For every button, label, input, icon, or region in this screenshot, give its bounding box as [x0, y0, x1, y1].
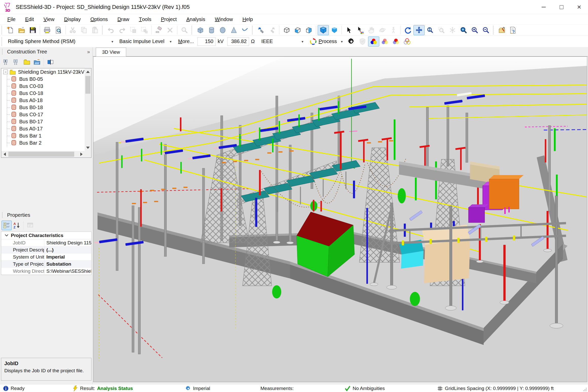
scroll-right-button[interactable]	[78, 151, 85, 158]
settings-button[interactable]	[346, 36, 357, 47]
solid-view-button[interactable]	[318, 25, 329, 35]
walk-button[interactable]	[388, 25, 399, 35]
menu-analysis[interactable]: Analysis	[181, 14, 210, 25]
new-folder-button[interactable]	[22, 57, 32, 67]
zoom-window-button[interactable]	[436, 25, 447, 35]
spheres-translucent-button[interactable]	[379, 36, 390, 47]
menu-options[interactable]: Options	[86, 14, 113, 25]
status-units[interactable]: Imperial	[193, 386, 210, 391]
tree-item[interactable]: Bus A0-18	[7, 97, 91, 104]
toolbar-grip[interactable]	[252, 26, 253, 34]
find-button[interactable]	[179, 25, 190, 35]
menu-help[interactable]: Help	[238, 14, 258, 25]
sort-az-button[interactable]: AZ	[12, 221, 22, 230]
menu-project[interactable]: Project	[156, 14, 181, 25]
select-components-button[interactable]	[128, 25, 139, 35]
move-button[interactable]	[413, 25, 425, 35]
maximize-button[interactable]	[553, 0, 570, 14]
tree-item[interactable]: Bus C0-17	[7, 111, 91, 118]
spheres-outline-button[interactable]	[402, 36, 413, 47]
detach-button[interactable]	[267, 25, 278, 35]
print-button[interactable]	[42, 25, 53, 35]
draw-cylinder-button[interactable]	[206, 25, 217, 35]
attach-button[interactable]	[255, 25, 267, 35]
tree-vertical-scrollbar[interactable]	[85, 68, 91, 151]
tree-item[interactable]: Bus Bar 1	[7, 132, 91, 139]
collapse-expander-icon[interactable]: −	[3, 70, 8, 74]
property-pages-button[interactable]	[25, 221, 35, 230]
print-preview-button[interactable]	[53, 25, 64, 35]
panel-grip[interactable]	[2, 49, 3, 54]
zoom-all-button[interactable]	[447, 25, 458, 35]
scrollbar-thumb[interactable]	[85, 76, 90, 94]
pan-button[interactable]	[366, 25, 377, 35]
tree-item[interactable]: Bus Bar 2	[7, 139, 91, 146]
3d-canvas[interactable]	[93, 56, 587, 382]
panel-grip[interactable]	[2, 212, 3, 218]
zoom-in-button[interactable]	[469, 25, 480, 35]
property-row[interactable]: JobID Shielding Design 115k	[1, 239, 91, 246]
toolbar-grip[interactable]	[2, 26, 3, 34]
pointer-button[interactable]	[343, 25, 354, 35]
scroll-down-button[interactable]	[85, 144, 91, 151]
method-dropdown[interactable]: Rolling Sphere Method (RSM) ▾	[5, 37, 116, 46]
mixed-view-button[interactable]	[303, 25, 314, 35]
menu-file[interactable]: File	[3, 14, 20, 25]
cut-button[interactable]	[67, 25, 78, 35]
tree-item[interactable]: Bus B0-05	[7, 75, 91, 83]
close-button[interactable]: ×	[570, 0, 588, 14]
overflow-chevron[interactable]: »	[87, 49, 90, 55]
standard-dropdown[interactable]: IEEE ▾	[258, 37, 307, 46]
draw-ellipse-button[interactable]	[217, 25, 228, 35]
process-button[interactable]: Process ▾	[307, 37, 346, 46]
tree-item[interactable]: Bus B0-18	[7, 104, 91, 111]
new-button[interactable]	[5, 25, 16, 35]
tree-item[interactable]: Bus C0-03	[7, 83, 91, 90]
draw-cone-button[interactable]	[228, 25, 239, 35]
copy-button[interactable]	[78, 25, 89, 35]
toolbox-button[interactable]	[496, 25, 507, 35]
impedance-input[interactable]: 386.82	[227, 37, 249, 46]
tree-root-row[interactable]: − Shielding Design 115kV-23kV	[1, 68, 91, 75]
toolbar-grip[interactable]	[2, 37, 3, 46]
select-group-button[interactable]	[139, 25, 150, 35]
draw-box-button[interactable]	[195, 25, 206, 35]
orbit-button[interactable]	[377, 25, 388, 35]
menu-view[interactable]: View	[39, 14, 59, 25]
tree-horizontal-scrollbar[interactable]	[1, 151, 85, 158]
redo-button[interactable]	[117, 25, 128, 35]
wireframe-view-button[interactable]	[281, 25, 292, 35]
undo-button[interactable]	[105, 25, 117, 35]
minimize-button[interactable]	[535, 0, 553, 14]
tree-item[interactable]: Bus C0-18	[7, 90, 91, 97]
open-button[interactable]	[16, 25, 27, 35]
pointer-select-button[interactable]	[354, 25, 366, 35]
property-row[interactable]: Project Descrip (...)	[1, 246, 91, 253]
open-folder-button[interactable]	[32, 57, 42, 67]
toggle-panel-button[interactable]	[45, 57, 55, 67]
menu-tools[interactable]: Tools	[134, 14, 156, 25]
expand-all-button[interactable]	[2, 57, 12, 67]
tree-item[interactable]: Bus A0-17	[7, 125, 91, 132]
tab-3d-view[interactable]: 3D View	[96, 48, 126, 56]
spheres-mixed-button[interactable]	[390, 36, 402, 47]
property-row[interactable]: System of Unit: Imperial	[1, 253, 91, 261]
collapse-all-button[interactable]	[12, 57, 22, 67]
shaded-view-button[interactable]	[329, 25, 340, 35]
toolbar-grip[interactable]	[493, 26, 494, 34]
menu-display[interactable]: Display	[59, 14, 86, 25]
scroll-left-button[interactable]	[1, 151, 8, 158]
help-button[interactable]: ?	[507, 25, 519, 35]
spheres-opaque-button[interactable]	[368, 36, 379, 47]
scrollbar-thumb[interactable]	[8, 152, 74, 157]
paste-button[interactable]	[89, 25, 101, 35]
level-dropdown[interactable]: Basic Impulse Level ▾	[116, 37, 175, 46]
toolbar-grip[interactable]	[102, 26, 103, 34]
zoom-extents-button[interactable]	[458, 25, 469, 35]
resize-grip[interactable]	[583, 387, 587, 391]
zoom-dynamic-button[interactable]	[425, 25, 436, 35]
categorized-button[interactable]	[2, 221, 12, 230]
property-row[interactable]: Type of Projec Substation	[1, 261, 91, 268]
property-row[interactable]: Working Direct S:\Webinar\SESShiel	[1, 268, 91, 275]
more-button[interactable]: More...	[178, 38, 194, 44]
